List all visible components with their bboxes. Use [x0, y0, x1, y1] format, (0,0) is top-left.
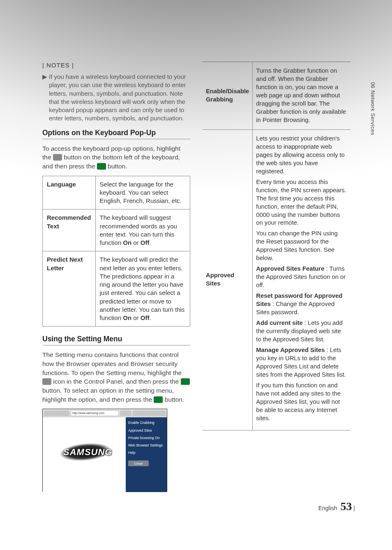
- settings-table: Enable/Disable Grabbing Turns the Grabbe…: [203, 62, 350, 430]
- gear-icon: [42, 378, 51, 385]
- option-desc: Select the language for the keyboard. Yo…: [95, 176, 190, 209]
- page-number: 53: [340, 500, 352, 513]
- samsung-logo: SAMSUNG: [63, 447, 112, 458]
- note-text: If you have a wireless keyboard connecte…: [49, 73, 190, 123]
- table-row: Predict Next Letter The keyboard will pr…: [43, 251, 190, 327]
- option-label: Language: [43, 176, 96, 209]
- option-label: Recommended Text: [43, 209, 96, 251]
- table-row: Approved Sites Lets you restrict your ch…: [203, 129, 350, 430]
- settings-menu-panel: Enable Grabbing Approved Sites Private b…: [126, 417, 167, 492]
- footer-lang: English: [318, 505, 337, 511]
- menu-item: Private browsing On: [128, 436, 164, 440]
- option-desc: The keyboard will suggest recommended wo…: [95, 209, 190, 251]
- nav-buttons-icon: [44, 410, 69, 416]
- browser-toolbar: http://www.samsung.com: [43, 409, 167, 417]
- keyboard-options-table: Language Select the language for the key…: [42, 176, 190, 327]
- table-row: Recommended Text The keyboard will sugge…: [43, 209, 190, 251]
- bullet-arrow-icon: ▶: [42, 73, 49, 123]
- heading-options: Options on the Keyboard Pop-Up: [42, 129, 190, 139]
- setting-label: Enable/Disable Grabbing: [203, 62, 253, 130]
- menu-item: Approved Sites: [128, 428, 164, 433]
- setting-desc: Lets you restrict your children's access…: [253, 129, 350, 430]
- chapter-number: 06: [370, 82, 376, 88]
- content-area: | NOTES | ▶ If you have a wireless keybo…: [42, 62, 351, 492]
- url-bar: http://www.samsung.com: [71, 410, 119, 416]
- heading-setting-menu: Using the Setting Menu: [42, 335, 190, 345]
- chapter-title: Network Services: [370, 90, 376, 135]
- setting-desc: Turns the Grabber function on and off. W…: [253, 62, 350, 130]
- options-intro: To access the keyboard pop-up options, h…: [42, 144, 190, 171]
- close-button: Close: [128, 460, 149, 466]
- browser-body: SAMSUNG Enable Grabbing Approved Sites P…: [43, 417, 167, 492]
- enter-icon: [154, 396, 163, 403]
- enter-icon: [97, 163, 106, 170]
- note-item: ▶ If you have a wireless keyboard connec…: [42, 73, 190, 123]
- notes-heading: | NOTES |: [42, 62, 190, 69]
- star-icon: [120, 410, 131, 416]
- left-column: | NOTES | ▶ If you have a wireless keybo…: [42, 62, 190, 492]
- page: 06 Network Services | NOTES | ▶ If you h…: [0, 0, 392, 550]
- section-tab: 06 Network Services: [368, 82, 377, 164]
- menu-item: Enable Grabbing: [128, 421, 164, 425]
- option-label: Predict Next Letter: [43, 251, 96, 327]
- page-footer: English 53 |: [318, 500, 355, 513]
- option-desc: The keyboard will predict the next lette…: [95, 251, 190, 327]
- gear-icon: [53, 154, 62, 161]
- right-column: Enable/Disable Grabbing Turns the Grabbe…: [203, 62, 350, 492]
- table-row: Enable/Disable Grabbing Turns the Grabbe…: [203, 62, 350, 130]
- setting-intro: The Setting menu contains functions that…: [42, 350, 190, 404]
- toolbar-right-icon: [133, 410, 166, 416]
- table-row: Language Select the language for the key…: [43, 176, 190, 209]
- menu-item: Help: [128, 451, 164, 455]
- menu-item: Web Browser Settings: [128, 443, 164, 447]
- setting-label: Approved Sites: [203, 129, 253, 430]
- browser-screenshot: http://www.samsung.com SAMSUNG Enable Gr…: [42, 409, 167, 492]
- enter-icon: [181, 378, 190, 385]
